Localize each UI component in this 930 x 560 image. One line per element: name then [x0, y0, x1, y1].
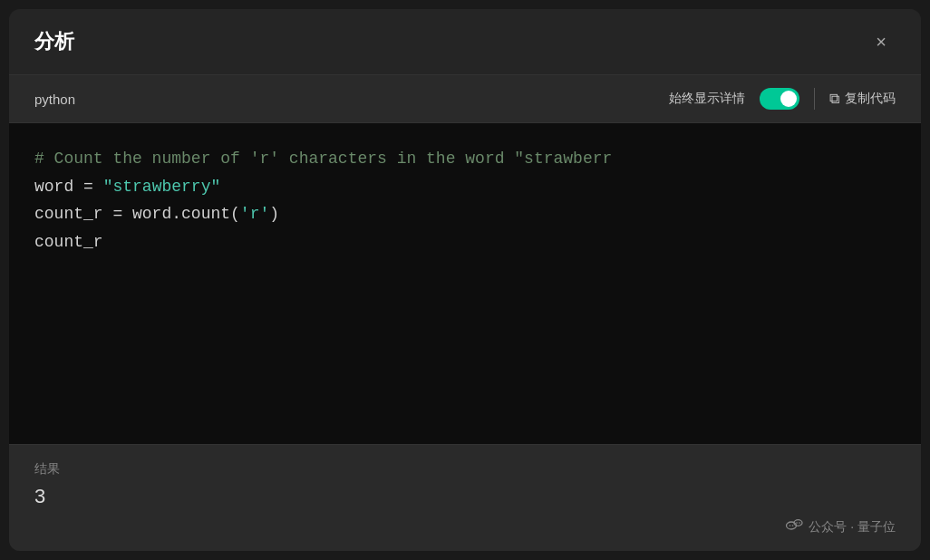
- result-label: 结果: [34, 461, 896, 478]
- svg-point-0: [787, 522, 797, 529]
- dialog-title: 分析: [34, 28, 74, 55]
- copy-code-button[interactable]: ⧉ 复制代码: [829, 91, 896, 107]
- svg-point-4: [797, 522, 799, 524]
- code-line-1-string: "strawberry": [103, 178, 221, 196]
- comment-line: # Count the number of 'r' characters in …: [34, 150, 612, 168]
- code-line-2-prefix: count_r = word.count(: [34, 205, 240, 223]
- result-value: 3: [34, 485, 896, 508]
- wechat-text: 公众号 · 量子位: [809, 519, 896, 536]
- code-content: # Count the number of 'r' characters in …: [34, 145, 896, 256]
- wechat-info: 公众号 · 量子位: [785, 516, 896, 538]
- dialog-header: 分析 ×: [9, 9, 921, 75]
- svg-point-3: [792, 525, 794, 526]
- always-show-label: 始终显示详情: [669, 91, 745, 107]
- close-button[interactable]: ×: [867, 27, 896, 56]
- svg-point-2: [790, 525, 791, 526]
- code-line-3: count_r: [34, 233, 103, 251]
- code-block: # Count the number of 'r' characters in …: [9, 123, 921, 444]
- copy-icon: ⧉: [829, 91, 839, 107]
- code-line-2-suffix: ): [269, 205, 279, 223]
- toolbar: python 始终显示详情 ⧉ 复制代码: [9, 75, 921, 123]
- language-label: python: [34, 92, 75, 107]
- toolbar-right: 始终显示详情 ⧉ 复制代码: [669, 88, 896, 110]
- wechat-icon: [785, 516, 803, 538]
- analysis-dialog: 分析 × python 始终显示详情 ⧉ 复制代码 # Count the nu…: [9, 9, 921, 551]
- code-line-2-string: 'r': [240, 205, 269, 223]
- toolbar-divider: [814, 88, 815, 110]
- copy-label: 复制代码: [845, 91, 896, 107]
- footer-bar: 公众号 · 量子位: [34, 508, 896, 538]
- always-show-toggle[interactable]: [760, 88, 799, 110]
- result-section: 结果 3 公众号 · 量子位: [9, 444, 921, 551]
- code-line-1-prefix: word =: [34, 178, 103, 196]
- svg-point-5: [799, 522, 801, 524]
